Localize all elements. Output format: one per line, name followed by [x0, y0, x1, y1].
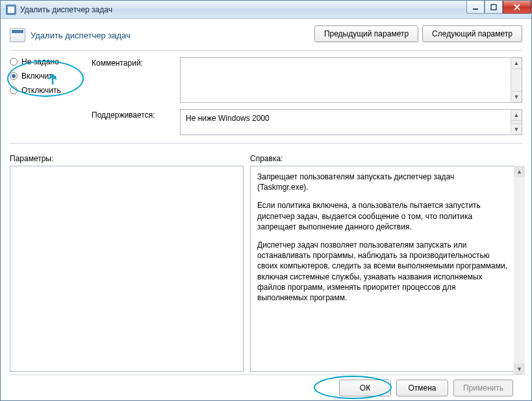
supported-value: Не ниже Windows 2000: [186, 114, 270, 123]
options-panel: [10, 166, 244, 372]
window: Удалить диспетчер задач Удалить диспетче…: [0, 0, 532, 401]
outer-scrollbar[interactable]: ▲ ▼: [514, 166, 525, 374]
scroll-up-icon[interactable]: ▲: [514, 166, 525, 177]
scrollbar[interactable]: ▲ ▼: [511, 58, 522, 102]
maximize-icon: [490, 4, 497, 10]
title-bar: Удалить диспетчер задач: [1, 1, 531, 19]
maximize-button[interactable]: [485, 1, 503, 14]
help-paragraph: Если политика включена, а пользователь п…: [257, 200, 507, 232]
radio-disabled[interactable]: Отключить: [10, 86, 88, 95]
scroll-up-icon[interactable]: ▲: [511, 110, 522, 121]
radio-enabled[interactable]: Включить: [10, 71, 88, 81]
policy-title: Удалить диспетчер задач: [31, 31, 131, 40]
header-left: Удалить диспетчер задач: [10, 25, 131, 42]
scroll-down-icon[interactable]: ▼: [511, 91, 522, 102]
divider: [10, 50, 522, 51]
scroll-up-icon[interactable]: ▲: [511, 58, 522, 69]
comment-label: Комментарий:: [92, 57, 176, 68]
client-area: Удалить диспетчер задач Предыдущий парам…: [1, 19, 531, 400]
panels: Запрещает пользователям запускать диспет…: [10, 166, 522, 374]
radio-not-configured-label: Не задано: [21, 57, 59, 66]
supported-on-box: Не ниже Windows 2000 ▲ ▼: [180, 109, 522, 135]
radio-enabled-label: Включить: [21, 71, 57, 81]
lower-labels: Параметры: Справка:: [10, 154, 522, 163]
header-row: Удалить диспетчер задач Предыдущий парам…: [10, 25, 522, 42]
close-icon: [513, 4, 521, 10]
ok-button[interactable]: ОК: [339, 380, 391, 396]
help-paragraph: Диспетчер задач позволяет пользователям …: [257, 240, 507, 303]
radio-dot-icon: [10, 72, 18, 80]
window-controls: [466, 1, 531, 14]
radio-disabled-label: Отключить: [21, 86, 61, 95]
supported-label: Поддерживается:: [92, 109, 176, 120]
svg-rect-1: [491, 5, 496, 10]
comment-textarea[interactable]: ▲ ▼: [180, 57, 522, 103]
cancel-button[interactable]: Отмена: [396, 380, 448, 396]
upper-grid: Не задано Включить Отключить Комментарий…: [10, 57, 522, 135]
app-icon: [6, 5, 16, 15]
close-button[interactable]: [503, 1, 531, 14]
policy-icon: [10, 28, 25, 42]
help-panel: Запрещает пользователям запускать диспет…: [250, 166, 522, 372]
options-section-label: Параметры:: [10, 154, 250, 163]
window-title: Удалить диспетчер задач: [20, 5, 112, 14]
minimize-button[interactable]: [466, 1, 485, 14]
divider: [10, 143, 522, 144]
state-radio-group: Не задано Включить Отключить: [10, 57, 88, 100]
previous-setting-button[interactable]: Предыдущий параметр: [314, 25, 418, 42]
radio-dot-icon: [10, 58, 18, 66]
apply-button[interactable]: Применить: [453, 380, 513, 396]
nav-buttons: Предыдущий параметр Следующий параметр: [314, 25, 522, 42]
scroll-down-icon[interactable]: ▼: [511, 123, 522, 135]
next-setting-button[interactable]: Следующий параметр: [422, 25, 522, 42]
radio-not-configured[interactable]: Не задано: [10, 57, 88, 66]
scrollbar[interactable]: ▲ ▼: [511, 110, 522, 135]
scroll-down-icon[interactable]: ▼: [514, 363, 525, 374]
footer: ОК Отмена Применить: [10, 374, 522, 400]
help-paragraph: Запрещает пользователям запускать диспет…: [257, 172, 507, 192]
help-section-label: Справка:: [250, 154, 522, 163]
radio-dot-icon: [10, 86, 18, 94]
svg-rect-0: [473, 8, 478, 10]
minimize-icon: [472, 4, 479, 10]
